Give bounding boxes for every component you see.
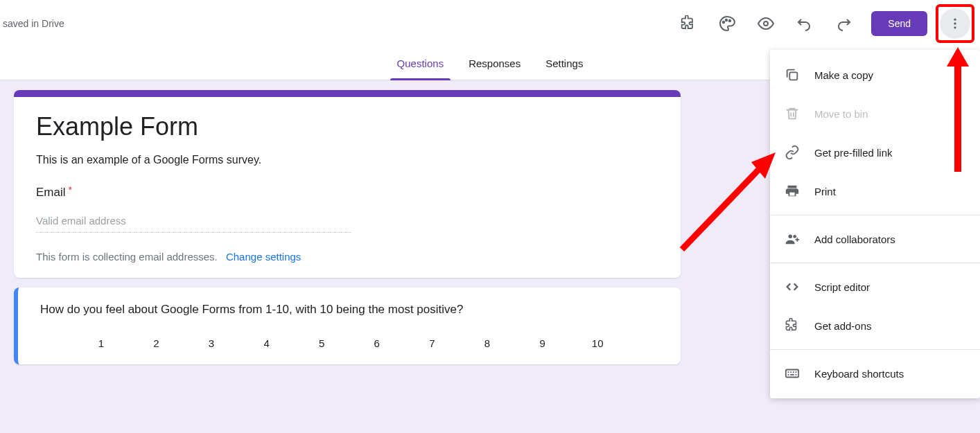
annotation-arrow-to-button [944, 47, 972, 172]
svg-point-9 [793, 235, 796, 238]
question-card[interactable]: How do you feel about Google Forms from … [14, 288, 681, 364]
add-collab-icon [784, 231, 800, 247]
question-text[interactable]: How do you feel about Google Forms from … [40, 303, 658, 317]
redo-icon[interactable] [827, 7, 860, 40]
svg-rect-17 [790, 374, 794, 375]
collect-email-text: This form is collecting email addresses. [36, 251, 218, 263]
scale-4[interactable]: 4 [253, 337, 281, 349]
scale-8[interactable]: 8 [473, 337, 501, 349]
menu-divider [770, 215, 980, 215]
svg-rect-10 [786, 370, 798, 378]
menu-label: Add collaborators [814, 233, 895, 245]
scale-3[interactable]: 3 [198, 337, 225, 349]
menu-label: Move to bin [814, 108, 868, 120]
tab-questions[interactable]: Questions [385, 47, 457, 80]
collect-email-info: This form is collecting email addresses.… [36, 251, 658, 263]
menu-script-editor[interactable]: Script editor [770, 267, 980, 306]
print-icon [784, 183, 800, 200]
save-status: saved in Drive [3, 18, 64, 29]
menu-divider [770, 349, 980, 350]
menu-label: Keyboard shortcuts [814, 368, 904, 380]
menu-keyboard-shortcuts[interactable]: Keyboard shortcuts [770, 354, 980, 393]
svg-point-8 [789, 235, 793, 239]
menu-label: Print [814, 186, 836, 197]
form-header-card[interactable]: Example Form This is an example of a Goo… [14, 90, 681, 278]
tab-settings[interactable]: Settings [533, 47, 595, 80]
change-settings-link[interactable]: Change settings [226, 251, 301, 263]
annotation-arrow-to-menu [675, 139, 786, 256]
scale-row: 1 2 3 4 5 6 7 8 9 10 [40, 337, 658, 349]
svg-point-2 [729, 20, 730, 21]
email-label: Email * [36, 186, 658, 200]
menu-divider [770, 263, 980, 263]
svg-point-6 [954, 26, 956, 28]
palette-icon[interactable] [710, 7, 744, 40]
scale-5[interactable]: 5 [308, 337, 335, 349]
undo-icon[interactable] [788, 7, 821, 40]
more-options-button[interactable] [940, 8, 970, 39]
tab-responses[interactable]: Responses [456, 47, 533, 80]
email-input[interactable] [36, 212, 351, 233]
svg-rect-16 [796, 374, 797, 375]
svg-rect-7 [789, 72, 797, 80]
svg-line-20 [682, 163, 765, 249]
header-actions: Send [672, 4, 974, 43]
form-description[interactable]: This is an example of a Google Forms sur… [36, 154, 658, 166]
link-icon [784, 144, 800, 161]
copy-icon [784, 67, 800, 83]
scale-7[interactable]: 7 [418, 337, 446, 349]
svg-rect-13 [793, 371, 794, 373]
trash-icon [784, 105, 800, 122]
scale-9[interactable]: 9 [529, 337, 557, 349]
svg-point-5 [954, 22, 956, 24]
menu-label: Script editor [814, 281, 870, 293]
send-button[interactable]: Send [871, 11, 927, 36]
required-indicator: * [69, 184, 72, 195]
svg-point-4 [954, 19, 956, 21]
menu-print[interactable]: Print [770, 172, 980, 211]
menu-add-collaborators[interactable]: Add collaborators [770, 220, 980, 258]
email-label-text: Email [36, 186, 66, 200]
more-button-highlight [936, 4, 974, 43]
svg-rect-12 [790, 371, 791, 373]
menu-label: Get pre-filled link [814, 147, 893, 159]
form-title[interactable]: Example Form [36, 112, 658, 141]
scale-2[interactable]: 2 [142, 337, 170, 349]
svg-point-1 [726, 19, 727, 21]
menu-label: Make a copy [814, 69, 873, 81]
addons-icon[interactable] [672, 7, 705, 40]
svg-point-3 [764, 21, 768, 26]
preview-icon[interactable] [749, 7, 782, 40]
svg-marker-19 [947, 47, 969, 67]
addon-icon [784, 317, 800, 334]
scale-10[interactable]: 10 [584, 337, 611, 349]
menu-label: Get add-ons [814, 320, 872, 332]
app-header: saved in Drive Send [0, 0, 980, 47]
svg-rect-15 [788, 374, 789, 375]
script-icon [784, 279, 800, 295]
keyboard-icon [784, 365, 800, 382]
svg-rect-11 [788, 371, 789, 373]
svg-rect-14 [796, 371, 797, 373]
scale-1[interactable]: 1 [87, 337, 115, 349]
svg-point-0 [723, 21, 724, 23]
scale-6[interactable]: 6 [363, 337, 391, 349]
menu-get-addons[interactable]: Get add-ons [770, 306, 980, 345]
